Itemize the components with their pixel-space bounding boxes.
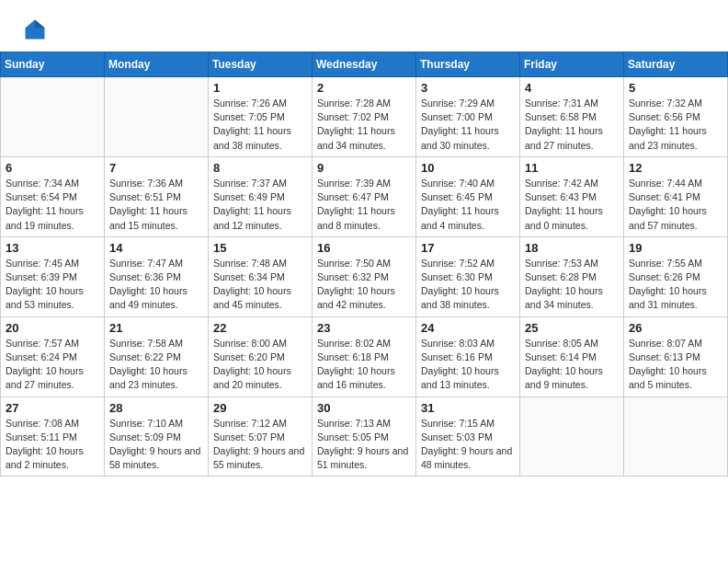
weekday-header: Friday — [520, 52, 624, 77]
day-info: Sunrise: 8:00 AMSunset: 6:20 PMDaylight:… — [213, 337, 307, 393]
day-number: 20 — [6, 321, 99, 335]
day-number: 7 — [109, 161, 203, 175]
day-info: Sunrise: 7:37 AMSunset: 6:49 PMDaylight:… — [213, 177, 307, 233]
day-info: Sunrise: 7:42 AMSunset: 6:43 PMDaylight:… — [525, 177, 619, 233]
calendar-week-row: 20Sunrise: 7:57 AMSunset: 6:24 PMDayligh… — [1, 316, 728, 396]
day-number: 17 — [421, 241, 515, 255]
weekday-header-row: SundayMondayTuesdayWednesdayThursdayFrid… — [1, 52, 728, 77]
day-info: Sunrise: 7:48 AMSunset: 6:34 PMDaylight:… — [213, 257, 307, 313]
calendar-day-cell: 23Sunrise: 8:02 AMSunset: 6:18 PMDayligh… — [313, 316, 416, 396]
day-number: 26 — [629, 321, 722, 335]
calendar-day-cell: 20Sunrise: 7:57 AMSunset: 6:24 PMDayligh… — [1, 316, 105, 396]
logo — [22, 17, 51, 42]
day-info: Sunrise: 7:12 AMSunset: 5:07 PMDaylight:… — [213, 417, 307, 473]
calendar-day-cell: 18Sunrise: 7:53 AMSunset: 6:28 PMDayligh… — [520, 236, 624, 316]
calendar-day-cell: 28Sunrise: 7:10 AMSunset: 5:09 PMDayligh… — [105, 396, 209, 477]
calendar-week-row: 13Sunrise: 7:45 AMSunset: 6:39 PMDayligh… — [1, 236, 728, 316]
page-header — [0, 0, 728, 52]
day-number: 14 — [109, 241, 203, 255]
day-number: 1 — [213, 81, 307, 95]
calendar-day-cell: 4Sunrise: 7:31 AMSunset: 6:58 PMDaylight… — [520, 77, 624, 157]
day-number: 8 — [213, 161, 307, 175]
day-info: Sunrise: 7:57 AMSunset: 6:24 PMDaylight:… — [6, 337, 99, 393]
calendar-day-cell: 22Sunrise: 8:00 AMSunset: 6:20 PMDayligh… — [209, 316, 313, 396]
calendar-day-cell: 3Sunrise: 7:29 AMSunset: 7:00 PMDaylight… — [416, 77, 520, 157]
day-number: 12 — [629, 161, 722, 175]
calendar-day-cell: 2Sunrise: 7:28 AMSunset: 7:02 PMDaylight… — [313, 77, 416, 157]
calendar-day-cell: 30Sunrise: 7:13 AMSunset: 5:05 PMDayligh… — [313, 396, 416, 477]
calendar-day-cell: 29Sunrise: 7:12 AMSunset: 5:07 PMDayligh… — [209, 396, 313, 477]
calendar-day-cell: 10Sunrise: 7:40 AMSunset: 6:45 PMDayligh… — [416, 156, 520, 236]
weekday-header: Wednesday — [313, 52, 416, 77]
calendar-day-cell: 19Sunrise: 7:55 AMSunset: 6:26 PMDayligh… — [624, 236, 728, 316]
day-number: 10 — [421, 161, 515, 175]
calendar-day-cell: 24Sunrise: 8:03 AMSunset: 6:16 PMDayligh… — [416, 316, 520, 396]
svg-marker-1 — [35, 20, 45, 29]
day-info: Sunrise: 7:58 AMSunset: 6:22 PMDaylight:… — [109, 337, 203, 393]
day-number: 3 — [421, 81, 515, 95]
day-info: Sunrise: 7:36 AMSunset: 6:51 PMDaylight:… — [109, 177, 203, 233]
day-number: 13 — [6, 241, 99, 255]
weekday-header: Saturday — [624, 52, 728, 77]
calendar-day-cell: 5Sunrise: 7:32 AMSunset: 6:56 PMDaylight… — [624, 77, 728, 157]
day-number: 24 — [421, 321, 515, 335]
calendar-day-cell: 17Sunrise: 7:52 AMSunset: 6:30 PMDayligh… — [416, 236, 520, 316]
day-info: Sunrise: 7:50 AMSunset: 6:32 PMDaylight:… — [317, 257, 411, 313]
day-number: 27 — [6, 401, 99, 415]
calendar-day-cell: 12Sunrise: 7:44 AMSunset: 6:41 PMDayligh… — [624, 156, 728, 236]
day-info: Sunrise: 8:05 AMSunset: 6:14 PMDaylight:… — [525, 337, 619, 393]
calendar-day-cell: 1Sunrise: 7:26 AMSunset: 7:05 PMDaylight… — [209, 77, 313, 157]
day-number: 5 — [629, 81, 722, 95]
day-info: Sunrise: 7:45 AMSunset: 6:39 PMDaylight:… — [6, 257, 99, 313]
calendar-week-row: 27Sunrise: 7:08 AMSunset: 5:11 PMDayligh… — [1, 396, 728, 477]
day-info: Sunrise: 7:34 AMSunset: 6:54 PMDaylight:… — [6, 177, 99, 233]
day-number: 6 — [6, 161, 99, 175]
day-info: Sunrise: 7:47 AMSunset: 6:36 PMDaylight:… — [109, 257, 203, 313]
calendar-day-cell: 31Sunrise: 7:15 AMSunset: 5:03 PMDayligh… — [416, 396, 520, 477]
calendar-day-cell: 15Sunrise: 7:48 AMSunset: 6:34 PMDayligh… — [209, 236, 313, 316]
weekday-header: Thursday — [416, 52, 520, 77]
weekday-header: Tuesday — [209, 52, 313, 77]
calendar-day-cell — [520, 396, 624, 477]
calendar-day-cell — [105, 77, 209, 157]
day-number: 29 — [213, 401, 307, 415]
day-number: 22 — [213, 321, 307, 335]
calendar-day-cell: 14Sunrise: 7:47 AMSunset: 6:36 PMDayligh… — [105, 236, 209, 316]
day-number: 2 — [317, 81, 411, 95]
day-number: 15 — [213, 241, 307, 255]
day-info: Sunrise: 7:10 AMSunset: 5:09 PMDaylight:… — [109, 417, 203, 473]
day-number: 30 — [317, 401, 411, 415]
calendar-day-cell: 21Sunrise: 7:58 AMSunset: 6:22 PMDayligh… — [105, 316, 209, 396]
day-number: 9 — [317, 161, 411, 175]
day-info: Sunrise: 7:40 AMSunset: 6:45 PMDaylight:… — [421, 177, 515, 233]
calendar-day-cell: 6Sunrise: 7:34 AMSunset: 6:54 PMDaylight… — [1, 156, 105, 236]
calendar-day-cell — [624, 396, 728, 477]
day-info: Sunrise: 7:15 AMSunset: 5:03 PMDaylight:… — [421, 417, 515, 473]
day-info: Sunrise: 7:31 AMSunset: 6:58 PMDaylight:… — [525, 97, 619, 153]
day-info: Sunrise: 8:02 AMSunset: 6:18 PMDaylight:… — [317, 337, 411, 393]
day-number: 31 — [421, 401, 515, 415]
day-info: Sunrise: 7:44 AMSunset: 6:41 PMDaylight:… — [629, 177, 722, 233]
day-number: 4 — [525, 81, 619, 95]
day-info: Sunrise: 7:52 AMSunset: 6:30 PMDaylight:… — [421, 257, 515, 313]
day-number: 18 — [525, 241, 619, 255]
day-number: 21 — [109, 321, 203, 335]
calendar-week-row: 1Sunrise: 7:26 AMSunset: 7:05 PMDaylight… — [1, 77, 728, 157]
calendar-day-cell: 26Sunrise: 8:07 AMSunset: 6:13 PMDayligh… — [624, 316, 728, 396]
calendar-day-cell: 11Sunrise: 7:42 AMSunset: 6:43 PMDayligh… — [520, 156, 624, 236]
calendar-day-cell: 13Sunrise: 7:45 AMSunset: 6:39 PMDayligh… — [1, 236, 105, 316]
day-info: Sunrise: 8:03 AMSunset: 6:16 PMDaylight:… — [421, 337, 515, 393]
calendar-day-cell: 8Sunrise: 7:37 AMSunset: 6:49 PMDaylight… — [209, 156, 313, 236]
day-info: Sunrise: 7:32 AMSunset: 6:56 PMDaylight:… — [629, 97, 722, 153]
day-number: 11 — [525, 161, 619, 175]
day-info: Sunrise: 7:55 AMSunset: 6:26 PMDaylight:… — [629, 257, 722, 313]
day-info: Sunrise: 7:39 AMSunset: 6:47 PMDaylight:… — [317, 177, 411, 233]
weekday-header: Sunday — [1, 52, 105, 77]
calendar-day-cell: 16Sunrise: 7:50 AMSunset: 6:32 PMDayligh… — [313, 236, 416, 316]
day-info: Sunrise: 7:29 AMSunset: 7:00 PMDaylight:… — [421, 97, 515, 153]
calendar-day-cell: 25Sunrise: 8:05 AMSunset: 6:14 PMDayligh… — [520, 316, 624, 396]
day-info: Sunrise: 7:53 AMSunset: 6:28 PMDaylight:… — [525, 257, 619, 313]
calendar-day-cell: 7Sunrise: 7:36 AMSunset: 6:51 PMDaylight… — [105, 156, 209, 236]
day-info: Sunrise: 7:26 AMSunset: 7:05 PMDaylight:… — [213, 97, 307, 153]
day-info: Sunrise: 8:07 AMSunset: 6:13 PMDaylight:… — [629, 337, 722, 393]
